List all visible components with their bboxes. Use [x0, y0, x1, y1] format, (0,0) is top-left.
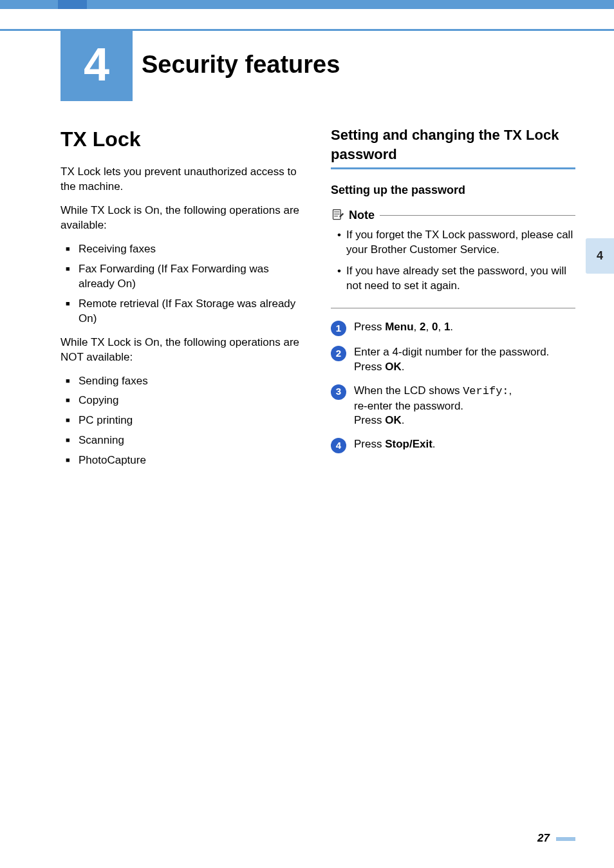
page-number: 27	[537, 831, 575, 846]
right-column: Setting and changing the TX Lock passwor…	[331, 126, 575, 477]
bold-text: Menu	[385, 321, 413, 333]
text: Enter a 4-digit number for the password.	[354, 345, 575, 360]
text: re-enter the password.	[354, 399, 575, 414]
available-list: Receiving faxes Fax Forwarding (If Fax F…	[60, 242, 305, 326]
bold-text: 1	[444, 321, 450, 333]
chapter-number-box: 4	[60, 29, 133, 101]
side-tab-label: 4	[597, 248, 603, 263]
list-item: Sending faxes	[60, 374, 305, 389]
step-badge-4: 4	[331, 438, 346, 453]
subsection-heading: Setting and changing the TX Lock passwor…	[331, 126, 575, 164]
step-text: When the LCD shows Verify:, re-enter the…	[354, 384, 575, 429]
intro-paragraph: TX Lock lets you prevent unauthorized ac…	[60, 165, 305, 194]
list-item: PhotoCapture	[60, 453, 305, 468]
page-number-bar	[556, 837, 575, 841]
bold-text: 2	[420, 321, 425, 333]
step-badge-2: 2	[331, 346, 346, 361]
text: .	[450, 321, 453, 333]
text: Press	[354, 414, 385, 426]
code-text: Verify:	[463, 385, 508, 397]
bold-text: OK	[385, 361, 402, 373]
text-line: Press OK.	[354, 360, 575, 375]
step-2: 2 Enter a 4-digit number for the passwor…	[331, 345, 575, 375]
list-item: Receiving faxes	[60, 242, 305, 257]
step-1: 1 Press Menu, 2, 0, 1.	[331, 320, 575, 336]
content-area: TX Lock TX Lock lets you prevent unautho…	[60, 126, 575, 477]
step-3: 3 When the LCD shows Verify:, re-enter t…	[331, 384, 575, 429]
note-icon	[331, 209, 345, 222]
list-item: Copying	[60, 393, 305, 408]
bold-text: OK	[385, 414, 402, 426]
list-item: Scanning	[60, 433, 305, 448]
note-header: Note	[331, 207, 375, 223]
svg-rect-0	[333, 209, 341, 219]
step-text: Enter a 4-digit number for the password.…	[354, 345, 575, 375]
page-number-value: 27	[537, 831, 550, 846]
note-top-rule	[380, 215, 575, 216]
text: .	[433, 438, 436, 450]
list-item: Remote retrieval (If Fax Storage was alr…	[60, 297, 305, 326]
list-item: PC printing	[60, 413, 305, 428]
not-available-intro: While TX Lock is On, the following opera…	[60, 335, 305, 365]
note-list: If you forget the TX Lock password, plea…	[331, 228, 575, 294]
bold-text: 0	[432, 321, 438, 333]
step-text: Press Stop/Exit.	[354, 437, 575, 452]
list-item: Fax Forwarding (If Fax Forwarding was al…	[60, 262, 305, 292]
note-body: If you forget the TX Lock password, plea…	[331, 224, 575, 308]
top-strip-accent	[58, 0, 87, 9]
text: Press	[354, 438, 385, 450]
text: When the LCD shows	[354, 384, 463, 397]
top-strip	[0, 0, 614, 9]
text: ,	[414, 321, 420, 333]
text: .	[402, 414, 405, 426]
bold-text: Stop/Exit	[385, 438, 433, 450]
step-text: Press Menu, 2, 0, 1.	[354, 320, 575, 335]
heading-rule	[331, 167, 575, 169]
note-item: If you have already set the password, yo…	[331, 264, 575, 294]
step-badge-1: 1	[331, 321, 346, 336]
text: ,	[426, 321, 432, 333]
left-column: TX Lock TX Lock lets you prevent unautho…	[60, 126, 305, 477]
step-badge-3: 3	[331, 384, 346, 400]
text: Press	[354, 361, 385, 373]
note-item: If you forget the TX Lock password, plea…	[331, 228, 575, 258]
step-4: 4 Press Stop/Exit.	[331, 437, 575, 453]
text-line: Press OK.	[354, 413, 575, 428]
chapter-title: Security features	[142, 48, 340, 81]
chapter-number: 4	[84, 33, 109, 96]
sub-heading: Setting up the password	[331, 182, 575, 198]
text-line: When the LCD shows Verify:,	[354, 384, 575, 399]
note-label: Note	[349, 207, 375, 223]
section-heading: TX Lock	[60, 126, 305, 153]
text: Press	[354, 321, 385, 333]
note-header-row: Note	[331, 207, 575, 224]
text: .	[402, 361, 405, 373]
side-tab: 4	[586, 238, 614, 274]
available-intro: While TX Lock is On, the following opera…	[60, 203, 305, 233]
text: ,	[509, 384, 512, 397]
text: ,	[438, 321, 443, 333]
not-available-list: Sending faxes Copying PC printing Scanni…	[60, 374, 305, 469]
